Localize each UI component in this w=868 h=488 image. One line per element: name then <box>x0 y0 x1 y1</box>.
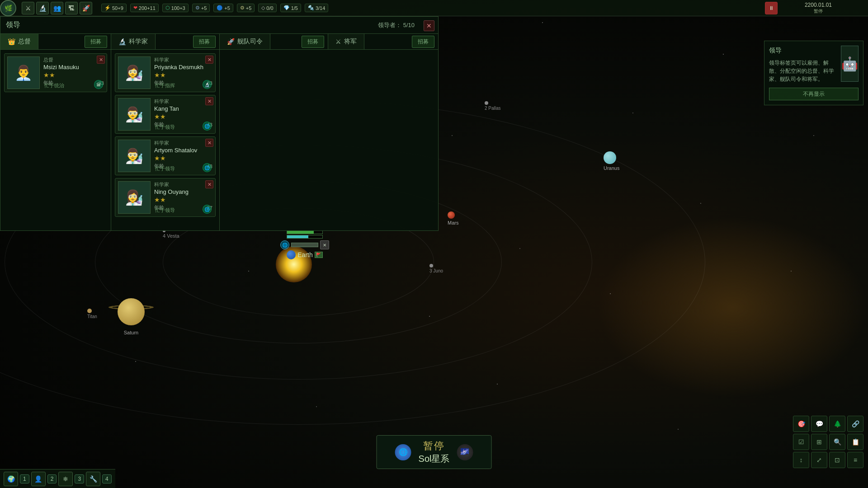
pause-status: 暂停 <box>814 8 823 14</box>
system-name: Sol星系 <box>419 453 450 465</box>
governor-status-0: 忙于统治 <box>44 82 64 89</box>
general-recruit-button[interactable]: 招募 <box>412 36 434 48</box>
action-icon-4[interactable]: 🏗 <box>65 2 78 14</box>
scientist-close-3[interactable]: ✕ <box>205 180 213 188</box>
earth-action[interactable]: ✕ <box>320 240 329 249</box>
rb-icon-arrows[interactable]: ↕ <box>793 452 809 468</box>
scientist-close-2[interactable]: ✕ <box>205 139 213 147</box>
juno-planet <box>429 264 433 267</box>
governor-name-0: Msizi Masuku <box>43 64 104 70</box>
bottom-bar: 🌍 1 👤 2 ❄ 3 🔧 4 <box>0 469 868 488</box>
scientist-recruit-button[interactable]: 招募 <box>193 36 216 48</box>
tab-fleet[interactable]: 🚀 舰队司令 <box>220 34 270 49</box>
bottom-icon-globe[interactable]: 🌍 <box>4 472 18 486</box>
rb-icon-expand[interactable]: ⊡ <box>829 452 845 468</box>
rb-icon-target[interactable]: 🎯 <box>793 416 809 432</box>
scientist-close-0[interactable]: ✕ <box>205 56 213 64</box>
scientist-card-0[interactable]: 👩‍🔬 科学家 Priyanka Desmukh ★★ 年龄 33 ✕ 忙于指挥… <box>115 53 216 92</box>
bottom-icon-tools[interactable]: 🔧 <box>86 472 100 486</box>
leaders-tooltip-panel: 领导 领导标签页可以雇佣、解散、分配空闲的总督、科学家、舰队司令和将军。 🤖 不… <box>764 41 863 105</box>
scientist-stars-3: ★★ <box>154 196 212 203</box>
bottom-tab-1[interactable]: 1 <box>20 474 29 483</box>
saturn-area[interactable]: Saturn <box>104 294 158 335</box>
empire-icon[interactable]: 🌿 <box>0 0 16 16</box>
general-section <box>329 50 439 230</box>
system-map-icon[interactable]: 🌌 <box>457 444 473 460</box>
uranus-area[interactable]: Uranus <box>604 151 619 171</box>
scientist-status-row-3: 忙于领导 🌐 <box>155 205 212 214</box>
pallas-area: 2 Pallas <box>485 101 501 111</box>
scientist-status-2: 忙于领导 <box>155 165 175 172</box>
scientist-status-0: 忙于指挥 <box>155 82 175 89</box>
tab-scientist[interactable]: 🔬 科学家 <box>111 34 156 49</box>
scientist-card-2[interactable]: 👨‍🔬 科学家 Artyom Shatalov ★★ 年龄 48 ✕ 忙于领导 … <box>115 136 216 175</box>
rb-icon-grid[interactable]: ⊞ <box>811 434 827 450</box>
bottom-icon-snowflake[interactable]: ❄ <box>58 472 73 486</box>
pause-button[interactable]: ⏸ <box>765 2 778 14</box>
system-globe-icon[interactable]: 🌐 <box>395 444 411 460</box>
titan-planet <box>87 309 92 313</box>
pop-value: 200+11 <box>139 5 156 11</box>
rb-row-1: 🎯 💬 🌲 🔗 <box>793 416 863 432</box>
earth-health-bar <box>287 230 323 234</box>
general-tab-icon: ⚔ <box>335 38 341 45</box>
governor-close-0[interactable]: ✕ <box>97 56 105 64</box>
bottom-icon-person[interactable]: 👤 <box>31 472 46 486</box>
scientist-close-1[interactable]: ✕ <box>205 97 213 105</box>
rb-icon-chat[interactable]: 💬 <box>811 416 827 432</box>
rb-icon-check[interactable]: ☑ <box>793 434 809 450</box>
tab-governor[interactable]: 👑 总督 <box>0 34 38 49</box>
vesta-label: 4 Vesta <box>163 233 179 239</box>
energy-value: 50+9 <box>112 5 123 11</box>
action-icon-5[interactable]: 🚀 <box>80 2 92 14</box>
governor-card-0[interactable]: 👨‍💼 总督 Msizi Masuku ★★ 年龄 33 ✕ 忙于统治 🏛 <box>4 53 107 92</box>
juno-area: 3 Juno <box>429 264 443 273</box>
bottom-tab-4[interactable]: 4 <box>102 474 112 483</box>
resource-energy: ⚡ 50+9 <box>101 4 127 12</box>
action-icon-2[interactable]: 🔬 <box>36 2 49 14</box>
rare-value: 0/0 <box>266 5 273 11</box>
scientist-role-2: 科学家 <box>154 140 212 146</box>
leaders-panel: 领导 ✕ 领导者： 5/10 👑 总督 招募 🔬 科学家 招募 🚀 <box>0 16 439 231</box>
mars-area[interactable]: Mars <box>448 211 458 225</box>
rb-icon-tree[interactable]: 🌲 <box>829 416 845 432</box>
action-icon-3[interactable]: 👥 <box>51 2 63 14</box>
fleet-recruit-button[interactable]: 招募 <box>302 36 324 48</box>
governor-tab-label: 总督 <box>18 38 31 46</box>
tooltip-title: 领导 <box>769 46 837 55</box>
bottom-tab-3[interactable]: 3 <box>75 474 84 483</box>
rb-row-2: ☑ ⊞ 🔍 📋 <box>793 434 863 450</box>
earth-name[interactable]: Earth <box>297 251 312 258</box>
earth-icon: 🌐 <box>280 240 289 249</box>
rb-icon-menu[interactable]: ≡ <box>847 452 863 468</box>
rb-icon-link[interactable]: 🔗 <box>847 416 863 432</box>
rb-icon-search[interactable]: 🔍 <box>829 434 845 450</box>
governor-recruit-button[interactable]: 招募 <box>85 36 107 48</box>
fleet-tab-container: 🚀 舰队司令 招募 <box>220 34 328 49</box>
pallas-planet <box>485 101 488 105</box>
earth-bar2 <box>291 243 318 247</box>
bottom-tab-2[interactable]: 2 <box>47 474 57 483</box>
scientist-stars-2: ★★ <box>154 155 212 162</box>
action-icon-1[interactable]: ⚔ <box>22 2 34 14</box>
rb-icon-clipboard[interactable]: 📋 <box>847 434 863 450</box>
leaders-tabs: 👑 总督 招募 🔬 科学家 招募 🚀 舰队司令 招募 ⚔ 将军 <box>0 34 438 50</box>
leaders-count-value: 5/10 <box>403 22 415 28</box>
rb-icon-resize[interactable]: ⤢ <box>811 452 827 468</box>
resource-pop: ❤ 200+11 <box>130 4 159 12</box>
no-show-button[interactable]: 不再显示 <box>769 88 859 100</box>
scientist-card-1[interactable]: 👨‍🔬 科学家 Kang Tan ★★ 年龄 43 ✕ 忙于领导 🌐 <box>115 95 216 134</box>
scientist-role-0: 科学家 <box>154 56 212 63</box>
scientist-tab-label: 科学家 <box>129 38 148 46</box>
date-value: 2200.01.01 <box>805 2 832 8</box>
earth-planet-icon <box>287 250 296 259</box>
tab-general[interactable]: ⚔ 将军 <box>328 34 364 49</box>
resource-industry: ⚙ +5 <box>237 4 255 12</box>
panel-close-button[interactable]: ✕ <box>424 20 434 31</box>
governor-section: 👨‍💼 总督 Msizi Masuku ★★ 年龄 33 ✕ 忙于统治 🏛 <box>0 50 111 230</box>
scientist-card-3[interactable]: 👩‍🔬 科学家 Ning Ouyang ★★ 年龄 27 ✕ 忙于领导 🌐 <box>115 178 216 217</box>
scientist-status-1: 忙于领导 <box>155 124 175 131</box>
scientist-tab-container: 🔬 科学家 招募 <box>111 34 220 49</box>
earth-shield-bar <box>287 235 323 239</box>
mars-planet <box>448 211 455 219</box>
